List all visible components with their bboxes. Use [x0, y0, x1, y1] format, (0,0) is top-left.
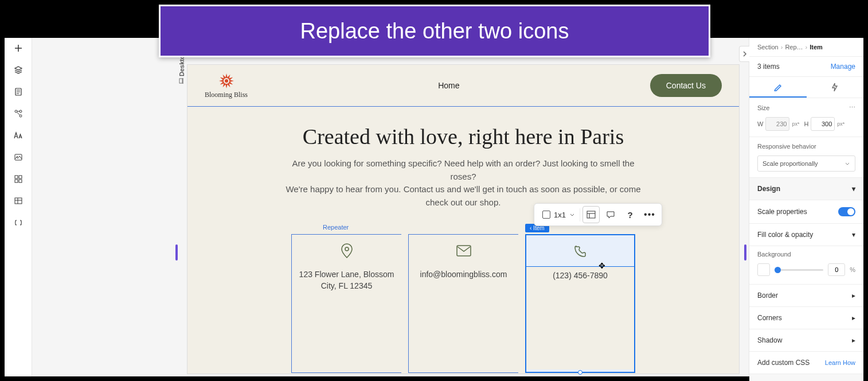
opacity-input[interactable]: [828, 263, 845, 276]
svg-rect-7: [19, 176, 22, 178]
svg-rect-11: [179, 79, 182, 83]
banner-text: Replace the other two icons: [300, 19, 569, 44]
ruler-handle-left[interactable]: [175, 244, 178, 261]
logo-text: Blooming Bliss: [205, 91, 248, 99]
layout-section-header[interactable]: Layout ▾: [749, 374, 863, 381]
caret-down-icon: ▾: [852, 185, 855, 193]
site-logo[interactable]: Blooming Bliss: [205, 72, 248, 99]
svg-point-13: [345, 247, 349, 251]
repeater-item-2[interactable]: info@bloomingbliss.com: [408, 234, 518, 373]
app-frame: Desktop (Primary) Blooming Bliss Home Co…: [5, 38, 863, 376]
caret-down-icon: ▾: [852, 231, 855, 239]
corners-header[interactable]: Corners ▸: [749, 307, 863, 329]
scale-properties-label: Scale properties: [757, 208, 807, 216]
repeater-item-3[interactable]: ‹ Item (123) 456-7890: [525, 234, 635, 373]
more-button[interactable]: •••: [641, 206, 658, 223]
email-icon[interactable]: [416, 242, 511, 260]
interactions-tab[interactable]: [807, 77, 864, 98]
font-icon[interactable]: [13, 130, 24, 141]
shadow-header[interactable]: Shadow ▸: [749, 329, 863, 352]
responsive-select[interactable]: Scale proportionally: [757, 155, 855, 172]
location-icon[interactable]: [299, 242, 394, 260]
svg-point-2: [19, 115, 22, 117]
svg-rect-15: [587, 211, 595, 218]
svg-point-12: [225, 79, 228, 83]
svg-rect-6: [15, 176, 18, 178]
breadcrumb[interactable]: Section›Rep…›Item: [749, 38, 863, 57]
caret-right-icon: ▸: [852, 336, 855, 344]
repeater[interactable]: Repeater 123 Flower Lane, Blossom City, …: [210, 234, 716, 373]
scale-properties-toggle[interactable]: [838, 207, 855, 216]
phone-icon[interactable]: [533, 242, 627, 261]
design-tab[interactable]: [749, 77, 807, 98]
size-label: Size: [757, 104, 769, 111]
svg-rect-8: [15, 180, 18, 182]
repeater-label: Repeater: [323, 224, 349, 231]
nav-home[interactable]: Home: [438, 81, 459, 90]
grid-select[interactable]: 1x1: [538, 208, 580, 221]
help-button[interactable]: ?: [621, 206, 639, 223]
caret-right-icon: ▸: [852, 291, 855, 300]
responsive-label: Responsive behavior: [757, 143, 816, 150]
learn-how-link[interactable]: Learn How: [825, 359, 855, 366]
svg-rect-10: [15, 198, 22, 204]
custom-css-label: Add custom CSS: [757, 359, 810, 367]
repeater-item-1[interactable]: 123 Flower Lane, Blossom City, FL 12345: [291, 234, 401, 373]
height-input[interactable]: [811, 117, 835, 131]
border-header[interactable]: Border ▸: [749, 285, 863, 307]
image-icon[interactable]: [13, 151, 24, 163]
square-icon: [542, 211, 550, 219]
layers-icon[interactable]: [13, 64, 24, 76]
manage-link[interactable]: Manage: [831, 63, 855, 71]
opacity-slider[interactable]: [775, 269, 823, 271]
layout-button[interactable]: [582, 206, 600, 223]
svg-point-1: [15, 110, 17, 112]
content-section[interactable]: Created with love, right here in Paris A…: [187, 106, 739, 373]
width-input[interactable]: [765, 117, 789, 131]
fill-color-header[interactable]: Fill color & opacity ▾: [749, 224, 863, 246]
ruler-handle-right[interactable]: [744, 244, 746, 261]
instruction-banner: Replace the other two icons: [159, 5, 710, 57]
page-icon[interactable]: [13, 86, 24, 98]
repeater-item-text[interactable]: (123) 456-7890: [533, 267, 627, 282]
comment-button[interactable]: [602, 206, 619, 223]
code-icon[interactable]: [13, 217, 24, 228]
repeater-item-text[interactable]: info@bloomingbliss.com: [416, 266, 511, 281]
section-body[interactable]: Are you looking for something specific? …: [286, 157, 641, 209]
canvas-area: Desktop (Primary) Blooming Bliss Home Co…: [32, 38, 749, 376]
add-icon[interactable]: [13, 42, 24, 54]
chevron-down-icon: [844, 161, 850, 166]
logo-icon: [218, 72, 235, 90]
design-section-header[interactable]: Design ▾: [749, 178, 863, 200]
background-label: Background: [757, 251, 791, 258]
caret-right-icon: ▸: [852, 314, 855, 322]
site-header: Blooming Bliss Home Contact Us: [187, 65, 739, 106]
section-heading[interactable]: Created with love, right here in Paris: [210, 124, 716, 149]
svg-point-3: [19, 110, 22, 112]
connect-icon[interactable]: [13, 108, 24, 119]
panel-collapse-button[interactable]: [739, 46, 749, 62]
resize-handle[interactable]: [578, 370, 582, 375]
more-icon[interactable]: ⋯: [849, 104, 855, 111]
chevron-right-icon: [742, 51, 747, 57]
apps-icon[interactable]: [13, 173, 24, 185]
chevron-down-icon: [569, 212, 575, 217]
svg-rect-14: [457, 246, 471, 256]
panel-tabs: [749, 77, 863, 98]
left-toolbar: [5, 38, 32, 376]
svg-rect-9: [19, 180, 22, 182]
floating-toolbar: 1x1 ? •••: [534, 203, 662, 226]
background-color-swatch[interactable]: [757, 263, 770, 276]
contact-button[interactable]: Contact Us: [650, 74, 722, 97]
inspector-panel: Section›Rep…›Item 3 items Manage Size⋯ W…: [749, 38, 863, 376]
items-count: 3 items: [757, 63, 780, 71]
table-icon[interactable]: [13, 195, 24, 207]
repeater-grid: 123 Flower Lane, Blossom City, FL 12345 …: [210, 234, 716, 373]
repeater-item-text[interactable]: 123 Flower Lane, Blossom City, FL 12345: [299, 266, 394, 291]
